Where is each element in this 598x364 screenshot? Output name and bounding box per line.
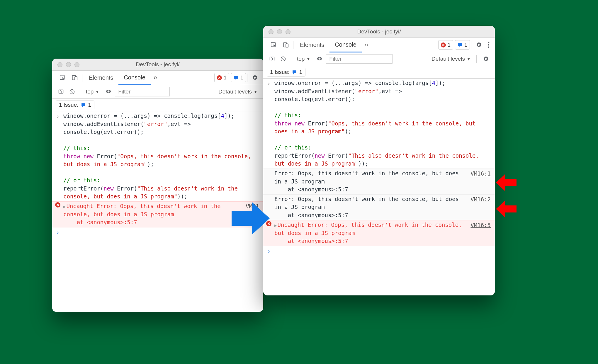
expand-icon[interactable]: ▶ — [63, 204, 66, 209]
tab-console[interactable]: Console — [118, 70, 150, 85]
dropdown-icon: ▼ — [467, 57, 470, 61]
log-row[interactable]: Error: Oops, this doesn't work in the co… — [263, 169, 495, 195]
divider — [471, 41, 471, 49]
clear-console-icon[interactable] — [278, 52, 288, 66]
error-count-badge[interactable]: 1 — [438, 40, 453, 50]
divider — [82, 74, 82, 82]
svg-rect-8 — [271, 42, 276, 47]
code-input: window.onerror = (...args) => console.lo… — [274, 79, 491, 168]
tabbar: Elements Console » 1 1 — [52, 71, 263, 85]
divider — [476, 55, 477, 63]
message-count-badge[interactable]: 1 — [455, 40, 470, 50]
issues-bar: 1 Issue: 1 — [52, 99, 263, 111]
issues-label: 1 Issue: — [270, 69, 290, 75]
more-tabs-icon[interactable]: » — [151, 71, 160, 85]
svg-point-17 — [319, 58, 320, 59]
source-link[interactable]: VM16:1 — [468, 169, 491, 178]
log-message: Error: Oops, this doesn't work in the co… — [274, 169, 465, 194]
tab-elements[interactable]: Elements — [295, 38, 329, 52]
clear-console-icon[interactable] — [67, 85, 77, 99]
context-select[interactable]: top ▼ — [83, 89, 102, 95]
log-message: Error: Oops, this doesn't work in the co… — [274, 195, 465, 220]
levels-label: Default levels — [431, 56, 465, 62]
divider — [80, 88, 80, 96]
console-input-row: › window.onerror = (...args) => console.… — [52, 111, 263, 201]
settings-icon[interactable] — [473, 38, 485, 52]
inspect-icon[interactable] — [267, 38, 280, 52]
levels-select[interactable]: Default levels ▼ — [215, 89, 260, 95]
live-expression-icon[interactable] — [104, 85, 113, 99]
svg-rect-10 — [286, 44, 288, 47]
source-link[interactable]: VM16:2 — [468, 195, 491, 204]
log-row[interactable]: Error: Oops, this doesn't work in the co… — [263, 195, 495, 220]
context-select[interactable]: top ▼ — [294, 56, 313, 62]
issues-bar: 1 Issue: 1 — [263, 66, 495, 79]
error-count: 1 — [448, 42, 451, 48]
error-icon — [55, 202, 60, 207]
svg-point-13 — [488, 44, 490, 46]
expand-icon[interactable]: ▶ — [274, 223, 277, 228]
device-icon[interactable] — [280, 38, 292, 52]
source-link[interactable]: VM16:5 — [468, 221, 491, 229]
chevron-right-icon: › — [55, 112, 60, 121]
sidebar-toggle-icon[interactable] — [267, 52, 277, 66]
live-expression-icon[interactable] — [315, 52, 324, 66]
annotation-blue-arrow — [232, 202, 270, 234]
filter-input[interactable] — [326, 54, 393, 64]
code-input: window.onerror = (...args) => console.lo… — [63, 112, 259, 201]
gutter — [266, 195, 271, 196]
error-count-badge[interactable]: 1 — [214, 73, 229, 82]
error-message: ▶Uncaught Error: Oops, this doesn't work… — [63, 202, 240, 227]
annotation-red-arrow — [496, 201, 517, 217]
issues-count: 1 — [299, 69, 303, 75]
svg-rect-15 — [270, 57, 274, 61]
issues-button[interactable]: 1 Issue: 1 — [267, 68, 305, 76]
dropdown-icon: ▼ — [254, 90, 257, 94]
gutter — [266, 169, 271, 170]
issues-label: 1 Issue: — [59, 102, 79, 108]
error-count: 1 — [224, 75, 227, 81]
chevron-right-icon: › — [55, 228, 60, 237]
kebab-icon[interactable] — [485, 38, 492, 52]
tab-console[interactable]: Console — [329, 38, 361, 52]
settings-icon[interactable] — [249, 71, 261, 85]
divider — [293, 41, 293, 49]
message-count-badge[interactable]: 1 — [231, 73, 246, 82]
context-label: top — [297, 56, 305, 62]
dropdown-icon: ▼ — [306, 57, 310, 61]
device-icon[interactable] — [69, 71, 81, 85]
levels-label: Default levels — [218, 89, 252, 95]
issues-count: 1 — [88, 102, 91, 108]
divider — [291, 55, 291, 63]
svg-point-12 — [488, 42, 490, 43]
window-title: DevTools - jec.fyi/ — [263, 28, 495, 35]
console-settings-icon[interactable] — [480, 52, 492, 66]
svg-rect-0 — [60, 75, 64, 80]
context-label: top — [86, 89, 94, 95]
tab-elements[interactable]: Elements — [84, 71, 118, 85]
svg-point-14 — [488, 47, 490, 48]
filter-input[interactable] — [115, 87, 170, 96]
console-toolbar: top ▼ Default levels ▼ — [263, 52, 495, 66]
console-toolbar: top ▼ Default levels ▼ — [52, 85, 263, 99]
prompt-row[interactable]: › — [263, 246, 495, 256]
console-input-row: › window.onerror = (...args) => console.… — [263, 79, 495, 169]
dropdown-icon: ▼ — [95, 90, 99, 94]
message-count: 1 — [240, 75, 243, 81]
titlebar: DevTools - jec.fyi/ — [263, 26, 495, 38]
devtools-window-right: DevTools - jec.fyi/ Elements Console » 1… — [263, 26, 495, 295]
levels-select[interactable]: Default levels ▼ — [429, 56, 473, 62]
console-body[interactable]: › window.onerror = (...args) => console.… — [263, 79, 495, 295]
annotation-red-arrow — [496, 174, 517, 191]
issues-button[interactable]: 1 Issue: 1 — [56, 101, 94, 109]
more-tabs-icon[interactable]: » — [362, 38, 371, 52]
svg-rect-2 — [75, 76, 77, 80]
message-count: 1 — [464, 42, 467, 48]
inspect-icon[interactable] — [56, 71, 69, 85]
sidebar-toggle-icon[interactable] — [56, 85, 66, 99]
error-row[interactable]: ▶Uncaught Error: Oops, this doesn't work… — [263, 220, 495, 246]
svg-point-6 — [108, 91, 109, 92]
devtools-window-left: DevTools - jec.fyi/ Elements Console » 1… — [52, 59, 263, 312]
tabbar: Elements Console » 1 1 — [263, 38, 495, 52]
window-title: DevTools - jec.fyi/ — [52, 61, 263, 68]
